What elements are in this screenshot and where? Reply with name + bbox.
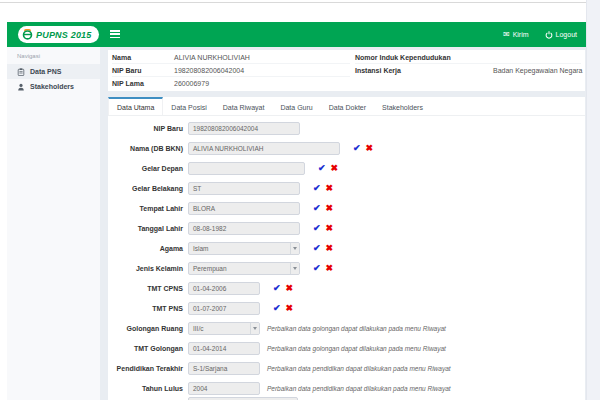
data-utama-form: NIP Baru 198208082006042004 Nama (DB BKN… bbox=[108, 118, 585, 400]
nama-db-bkn-input[interactable]: ALIVIA NURKHOLIVIAH bbox=[188, 142, 340, 155]
scrollbar[interactable] bbox=[586, 0, 600, 400]
employee-summary-panel: Nama ALIVIA NURKHOLIVIAH NIP Baru 198208… bbox=[108, 50, 585, 91]
summary-row-nik: Nomor Induk Kependudukan bbox=[355, 51, 581, 64]
partial-input[interactable] bbox=[188, 397, 298, 400]
form-row-agama: Agama Islam ✔ ✖ bbox=[108, 238, 585, 258]
form-row-pendidikan-terakhir: Pendidikan Terakhir S-1/Sarjana Perbaika… bbox=[108, 358, 585, 378]
field-label: Jenis Kelamin bbox=[108, 265, 183, 272]
tanggal-lahir-input[interactable]: 08-08-1982 bbox=[188, 222, 300, 235]
logo-text: PUPNS 2015 bbox=[36, 30, 92, 40]
form-row-gelar-depan: Gelar Depan ✔ ✖ bbox=[108, 158, 585, 178]
field-label: Gelar Belakang bbox=[108, 185, 183, 192]
reject-cross-icon[interactable]: ✖ bbox=[326, 204, 334, 213]
sidebar-item-stakeholders[interactable]: Stakeholders bbox=[7, 79, 100, 94]
verify-check-icon[interactable]: ✔ bbox=[313, 264, 321, 273]
summary-row-nip-lama: NIP Lama 260006979 bbox=[112, 77, 350, 90]
reject-cross-icon[interactable]: ✖ bbox=[326, 224, 334, 233]
tab-data-riwayat[interactable]: Data Riwayat bbox=[215, 97, 273, 115]
tahun-lulus-input[interactable]: 2004 bbox=[188, 382, 260, 395]
form-row-tanggal-lahir: Tanggal Lahir 08-08-1982 ✔ ✖ bbox=[108, 218, 585, 238]
form-row-tempat-lahir: Tempat Lahir BLORA ✔ ✖ bbox=[108, 198, 585, 218]
field-label: Tahun Lulus bbox=[108, 385, 183, 392]
form-row-tmt-pns: TMT PNS 01-07-2007 ✔ ✖ bbox=[108, 298, 585, 318]
reject-cross-icon[interactable]: ✖ bbox=[326, 264, 334, 273]
epupns-logo: PUPNS 2015 bbox=[18, 26, 99, 43]
field-label: Tempat Lahir bbox=[108, 205, 183, 212]
field-label: TMT PNS bbox=[108, 305, 183, 312]
golongan-ruang-select[interactable]: III/c bbox=[188, 322, 260, 335]
field-note: Perbaikan data pendidikan dapat dilakuka… bbox=[267, 365, 451, 372]
dropdown-arrow-icon bbox=[250, 323, 259, 334]
tempat-lahir-input[interactable]: BLORA bbox=[188, 202, 300, 215]
verify-check-icon[interactable]: ✔ bbox=[273, 284, 281, 293]
summary-row-instansi-kerja: Instansi Kerja Badan Kepegawaian Negara bbox=[355, 64, 581, 77]
user-icon bbox=[17, 83, 25, 91]
field-label: Golongan Ruang bbox=[108, 325, 183, 332]
verify-check-icon[interactable]: ✔ bbox=[353, 144, 361, 153]
jenis-kelamin-select[interactable]: Perempuan bbox=[188, 262, 300, 275]
form-row-tmt-golongan: TMT Golongan 01-04-2014 Perbaikan data g… bbox=[108, 338, 585, 358]
main-content: Nama ALIVIA NURKHOLIVIAH NIP Baru 198208… bbox=[108, 47, 585, 400]
field-note: Perbaikan data golongan dapat dilakukan … bbox=[267, 325, 446, 332]
tmt-pns-input[interactable]: 01-07-2007 bbox=[188, 302, 260, 315]
sidebar-item-data-pns[interactable]: Data PNS bbox=[7, 64, 100, 79]
field-note: Perbaikan data golongan dapat dilakukan … bbox=[267, 345, 446, 352]
form-row-partial bbox=[108, 393, 585, 400]
tab-data-guru[interactable]: Data Guru bbox=[272, 97, 320, 115]
logout-label: Logout bbox=[556, 31, 577, 38]
power-icon bbox=[545, 31, 553, 39]
summary-row-nip-baru: NIP Baru 198208082006042004 bbox=[112, 64, 350, 77]
field-label: TMT Golongan bbox=[108, 345, 183, 352]
pendidikan-terakhir-input[interactable]: S-1/Sarjana bbox=[188, 362, 260, 375]
verify-check-icon[interactable]: ✔ bbox=[313, 224, 321, 233]
kirim-button[interactable]: ✉ Kirim bbox=[503, 31, 529, 39]
verify-check-icon[interactable]: ✔ bbox=[313, 204, 321, 213]
nip-baru-input[interactable]: 198208082006042004 bbox=[188, 122, 300, 135]
form-row-tmt-cpns: TMT CPNS 01-04-2006 ✔ ✖ bbox=[108, 278, 585, 298]
field-label: Agama bbox=[108, 245, 183, 252]
clipboard-icon bbox=[17, 68, 25, 76]
field-label: Pendidikan Terakhir bbox=[108, 365, 183, 372]
verify-check-icon[interactable]: ✔ bbox=[318, 164, 326, 173]
field-label: Tanggal Lahir bbox=[108, 225, 183, 232]
tmt-golongan-input[interactable]: 01-04-2014 bbox=[188, 342, 260, 355]
tab-data-utama[interactable]: Data Utama bbox=[108, 97, 163, 115]
verify-check-icon[interactable]: ✔ bbox=[313, 184, 321, 193]
form-row-nama-db-bkn: Nama (DB BKN) ALIVIA NURKHOLIVIAH ✔ ✖ bbox=[108, 138, 585, 158]
reject-cross-icon[interactable]: ✖ bbox=[366, 144, 374, 153]
field-label: TMT CPNS bbox=[108, 285, 183, 292]
gelar-belakang-input[interactable]: ST bbox=[188, 182, 300, 195]
form-row-gelar-belakang: Gelar Belakang ST ✔ ✖ bbox=[108, 178, 585, 198]
tmt-cpns-input[interactable]: 01-04-2006 bbox=[188, 282, 260, 295]
tab-data-posisi[interactable]: Data Posisi bbox=[163, 97, 214, 115]
kirim-label: Kirim bbox=[513, 31, 529, 38]
field-label: NIP Baru bbox=[108, 125, 183, 132]
app-window: PUPNS 2015 ✉ Kirim Logout Navigasi bbox=[7, 22, 586, 400]
form-row-jenis-kelamin: Jenis Kelamin Perempuan ✔ ✖ bbox=[108, 258, 585, 278]
verify-check-icon[interactable]: ✔ bbox=[313, 244, 321, 253]
form-row-golongan-ruang: Golongan Ruang III/c Perbaikan data golo… bbox=[108, 318, 585, 338]
reject-cross-icon[interactable]: ✖ bbox=[286, 284, 294, 293]
agama-select[interactable]: Islam bbox=[188, 242, 300, 255]
tab-data-dokter[interactable]: Data Dokter bbox=[321, 97, 374, 115]
tab-stakeholders[interactable]: Stakeholders bbox=[374, 97, 431, 115]
sidebar-heading: Navigasi bbox=[7, 47, 100, 64]
top-navbar: PUPNS 2015 ✉ Kirim Logout bbox=[7, 22, 586, 47]
reject-cross-icon[interactable]: ✖ bbox=[326, 184, 334, 193]
gelar-depan-input[interactable] bbox=[188, 162, 305, 175]
field-label: Nama (DB BKN) bbox=[108, 145, 183, 152]
dropdown-arrow-icon bbox=[290, 263, 299, 274]
sidebar-item-label: Data PNS bbox=[30, 68, 62, 75]
logo-e-icon bbox=[22, 29, 33, 40]
reject-cross-icon[interactable]: ✖ bbox=[286, 304, 294, 313]
tab-bar: Data Utama Data Posisi Data Riwayat Data… bbox=[108, 97, 585, 116]
envelope-icon: ✉ bbox=[503, 31, 510, 39]
verify-check-icon[interactable]: ✔ bbox=[273, 304, 281, 313]
dropdown-arrow-icon bbox=[290, 243, 299, 254]
reject-cross-icon[interactable]: ✖ bbox=[326, 244, 334, 253]
logout-button[interactable]: Logout bbox=[545, 31, 577, 39]
sidebar-toggle-hamburger-icon[interactable] bbox=[110, 30, 120, 40]
sidebar-item-label: Stakeholders bbox=[30, 83, 74, 90]
summary-row-nama: Nama ALIVIA NURKHOLIVIAH bbox=[112, 51, 350, 64]
reject-cross-icon[interactable]: ✖ bbox=[331, 164, 339, 173]
